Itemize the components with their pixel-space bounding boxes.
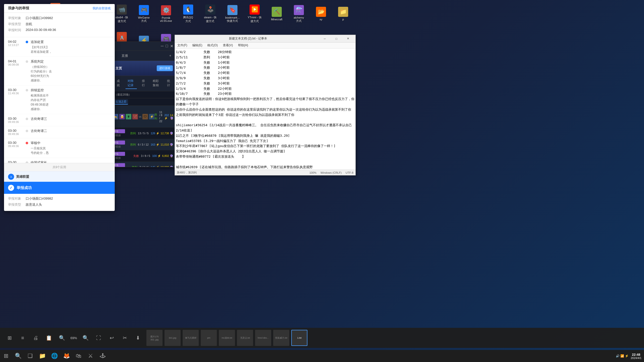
target-value: 口小场面口#39982	[26, 16, 53, 20]
success-target-value: 口小场面口#39982	[26, 196, 53, 201]
menu-help[interactable]: 帮助(H)	[235, 42, 251, 48]
thumb-toushu[interactable]: 投鼠威力.txt	[273, 330, 289, 346]
thumb-3[interactable]: 御飞元素材	[183, 330, 199, 346]
report-item[interactable]: 04-01 06:08:08 系统判定 （持续30分）行为的处分）去60分钟无行…	[4, 57, 115, 85]
tab-rank[interactable]: 排行	[140, 78, 148, 89]
report-item[interactable]: 03-30 09:49:36 审核中 一旦核实其号的处分，恳	[4, 138, 115, 158]
xy-label: xy	[320, 18, 323, 21]
tab-stats[interactable]: 统计	[165, 78, 173, 89]
taskbar-store-btn[interactable]: 🛍	[72, 350, 85, 362]
taskbar-chrome-btn[interactable]: 🌐	[48, 350, 60, 362]
ytmini-label: YTmini - 快捷方式	[248, 16, 262, 23]
report-item[interactable]: 04-02 12:13:27 追加处置 【封号15天】若有追加处置，	[4, 37, 115, 57]
tool-print-icon[interactable]: 🖨	[31, 333, 40, 342]
success-info: 举报对象 口小场面口#39982 举报类型 故意送人头	[4, 194, 115, 211]
desktop-icon-wegame[interactable]: 🎮 WeGame方式	[135, 4, 153, 24]
tool-zoom-in-icon[interactable]: 🔍	[81, 333, 90, 342]
tool-grid-icon[interactable]: ⊞	[5, 333, 14, 342]
taskbar-search-btn[interactable]: 🔍	[12, 350, 24, 362]
wegame-close-btn[interactable]: ✕	[170, 44, 173, 49]
desktop-icon-steam[interactable]: 🕹️ steam - 快捷方式	[201, 4, 219, 24]
zoom-percentage: 69%	[70, 336, 77, 340]
taskbar-clock[interactable]: 22:48 2024/4/1	[631, 353, 641, 359]
notepad-menubar: 文件(F) 编辑(E) 格式(O) 查看(V) 帮助(H)	[175, 42, 355, 49]
match-result-win: 胜利	[154, 113, 157, 120]
menu-format[interactable]: 格式(O)	[205, 42, 220, 48]
taskbar-explorer-btn[interactable]: 📁	[36, 350, 48, 362]
tool-rotate-icon[interactable]: ↩	[107, 333, 116, 342]
notepad-text: 1/4/2 失败 28分钟前 2/5/11 胜利 1小时前 0/4/3 失败 1…	[176, 50, 354, 170]
notepad-zoom: 100%	[309, 171, 316, 174]
alchemy-icon: ⚗️	[294, 5, 304, 15]
taskbar-lol-btn[interactable]: ⚔	[85, 350, 97, 362]
obs-icon: 📹	[117, 5, 127, 15]
sub-tab-yunding[interactable]: 云顶之弈	[114, 99, 128, 105]
notepad-titlebar: 新建文本文档 (2).txt - 记事本 ─ □ ✕	[175, 35, 355, 42]
thumb-2[interactable]: 641.jpg	[165, 330, 181, 346]
desktop-icon-tqq[interactable]: 🐧 腾讯QQ方式	[179, 4, 197, 24]
notepad-content-area[interactable]: 1/4/2 失败 28分钟前 2/5/11 胜利 1小时前 0/4/3 失败 1…	[175, 49, 355, 170]
thumb-hmcl[interactable]: hmcl-dev...	[255, 330, 271, 346]
alchemy-label: alchemy方式	[294, 16, 304, 23]
taskbar-app-icons: ⊞ 🔍 ❑ 📁 🌐 🦊 🛍 ⚔ 🕹	[0, 350, 109, 362]
thumb-wuyi[interactable]: 无异义.txt	[237, 330, 253, 346]
taskbar-date: 2024/4/1	[631, 356, 641, 359]
taskbar-tray: 🔊 📶 ⚡ 22:48 2024/4/1	[613, 350, 644, 362]
tab-achievement[interactable]: 成就	[115, 78, 123, 89]
menu-file[interactable]: 文件(F)	[175, 42, 190, 48]
notepad-line-col: 第48行，第25列	[177, 171, 197, 174]
desktop-icon-alchemy[interactable]: ⚗️ alchemy方式	[290, 4, 308, 24]
wegame-icon: 🎮	[139, 5, 149, 15]
taskbar-firefox-btn[interactable]: 🦊	[60, 350, 72, 362]
tab-highlight[interactable]: 精彩集锦	[151, 78, 162, 89]
add-app-btn[interactable]: +	[169, 54, 171, 58]
tool-copy-icon[interactable]: 📋	[44, 333, 53, 342]
tool-crop-icon[interactable]: ✂	[120, 333, 129, 342]
thumb-1[interactable]: 图片175302..jpg	[146, 330, 163, 346]
notepad-close-btn[interactable]: ✕	[342, 35, 353, 42]
time-value: 2024-03-30 09:49:36	[26, 28, 56, 32]
desktop-icon-ytmini[interactable]: ▶️ YTmini - 快捷方式	[246, 4, 264, 24]
desktop-icon-bookmark[interactable]: 🔖 bookmark...快捷方式	[223, 4, 242, 24]
match-heroes: 🧙 🧝 🗡 🏹 vs 🛡 ⚡	[113, 114, 154, 119]
tray-icons: 🔊 📶 ⚡	[616, 354, 629, 358]
menu-edit[interactable]: 编辑(E)	[190, 42, 205, 48]
tab-match[interactable]: 对阵记录	[126, 78, 137, 89]
wegame-nav-live[interactable]: 直播	[119, 53, 130, 59]
desktop-icon-pormik[interactable]: ⚙️ Pormikv0.55.exe	[157, 4, 175, 23]
tool-list-icon[interactable]: ≡	[18, 333, 27, 342]
notepad-minimize-btn[interactable]: ─	[319, 35, 330, 42]
desktop-icon-p[interactable]: 📁 p	[334, 6, 352, 22]
desktop-icon-minecraft[interactable]: ⛏️ Minecraft	[268, 6, 286, 22]
all-games-link[interactable]: 我的全部游戏	[93, 6, 111, 11]
report-item[interactable]: 03-30 11:49:36 持续监控 检测系统在不内存在严厉09:49:36前…	[4, 85, 115, 114]
type-label: 举报类型	[8, 22, 26, 26]
taskbar-taskview-btn[interactable]: ❑	[24, 350, 36, 362]
main-title: 主页	[115, 66, 122, 71]
taskbar-steam-btn[interactable]: 🕹	[97, 350, 109, 362]
taskbar-start-btn[interactable]: ⊞	[0, 350, 12, 362]
report-panel-title: 我参与的举报	[8, 6, 29, 11]
desktop-icon-xy[interactable]: 📂 xy	[312, 6, 330, 22]
thumb-1txt[interactable]: 1.txt	[291, 330, 307, 346]
thumb-mc[interactable]: mc选kit.txt	[219, 330, 235, 346]
tool-fullscreen-icon[interactable]: ⛶	[94, 333, 103, 342]
target-label: 举报对象	[8, 16, 26, 20]
thumb-pm[interactable]: pm	[201, 330, 217, 346]
minecraft-label: Minecraft	[271, 18, 282, 21]
bookmark-icon: 🔖	[227, 5, 237, 15]
tool-download-icon[interactable]: ⬇	[133, 333, 142, 342]
taskbar: ⊞ 🔍 ❑ 📁 🌐 🦊 🛍 ⚔ 🕹 🔊 📶 ⚡ 22:48 2024/4/1	[0, 350, 644, 362]
desktop-icon-obs[interactable]: 📹 obs64 - 快捷方式	[113, 4, 131, 24]
menu-view[interactable]: 查看(V)	[220, 42, 235, 48]
report-item[interactable]: 03-30 09:49:36 中国式家长	[4, 158, 115, 163]
wegame-maximize-btn[interactable]: □	[166, 44, 168, 49]
tool-zoom-out-icon[interactable]: 🔍	[57, 333, 66, 342]
wegame-minimize-btn[interactable]: ─	[161, 44, 164, 49]
report-item[interactable]: 03-30 09:49:36 古剑奇谭二	[4, 126, 115, 138]
notepad-title: 新建文本文档 (2).txt - 记事本	[177, 36, 319, 41]
report-item[interactable]: 03-30 09:49:36 古剑奇谭三	[4, 114, 115, 126]
notepad-maximize-btn[interactable]: □	[331, 35, 342, 42]
main-action-btn[interactable]: 进行游戏	[157, 65, 173, 71]
tqq-label: 腾讯QQ方式	[183, 16, 193, 23]
